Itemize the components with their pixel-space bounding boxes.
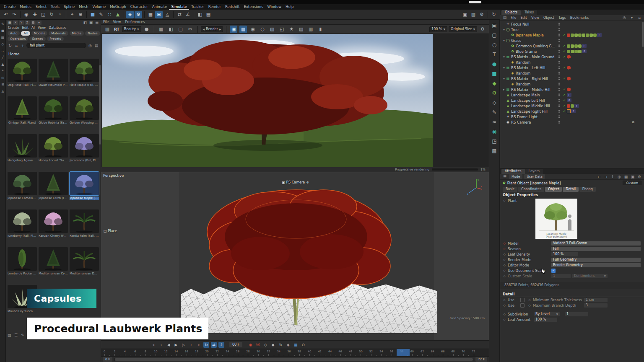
enabled-check-icon[interactable]: ✓: [562, 49, 567, 53]
use-checkbox[interactable]: [520, 298, 525, 302]
filter-scenes[interactable]: Scenes: [29, 36, 46, 41]
material-tag[interactable]: [574, 44, 578, 48]
asset-sync-icon[interactable]: ↻: [490, 11, 498, 18]
search-icon[interactable]: ◎: [88, 43, 93, 48]
enabled-check-icon[interactable]: ✓: [562, 98, 567, 102]
snap-toggle-icon[interactable]: ⊞: [0, 81, 5, 87]
content-browser-icon[interactable]: ▤: [205, 11, 212, 18]
grid-overlay-icon[interactable]: ▦: [239, 26, 247, 33]
sphere-tool-icon[interactable]: ●: [490, 60, 499, 68]
visibility-dots[interactable]: [556, 110, 562, 113]
last-tool-icon[interactable]: ◦: [56, 11, 64, 18]
menu-animate[interactable]: Animate: [150, 4, 169, 10]
visibility-dots[interactable]: [556, 83, 562, 85]
object-row-focus-null[interactable]: ✛Focus Null: [501, 21, 644, 27]
object-row-rs-matrix-left-hill[interactable]: ▾▦RS Matrix - Left Hill✓: [501, 65, 644, 70]
property-value-dropdown[interactable]: Full Geometry: [551, 258, 641, 262]
mode-button[interactable]: Mode: [509, 174, 522, 179]
redshift-material-tag[interactable]: [567, 66, 571, 70]
property-checkbox[interactable]: ✓: [551, 269, 556, 273]
asset-tile-mediterranean-cypress-fall-plant[interactable]: Mediterranean Cypress (Fall, Plant): [38, 247, 68, 284]
redshift-material-tag[interactable]: [567, 55, 571, 59]
attr-tab-object[interactable]: Object: [545, 187, 562, 192]
crop-icon[interactable]: ✂: [187, 26, 194, 33]
enabled-check-icon[interactable]: ✓: [562, 44, 567, 48]
asset-tile-dog-rose-fall-plant[interactable]: Dog-Rose (Fall, Plant): [7, 59, 37, 96]
object-row-landscape-right-hill[interactable]: ▲Landscape Right Hill✓F: [501, 109, 644, 114]
title-safe-icon[interactable]: ▦: [7, 21, 12, 25]
range-end-field[interactable]: 72 F: [475, 357, 487, 362]
field-tag[interactable]: F: [567, 98, 571, 102]
go-to-end-button[interactable]: »: [196, 342, 202, 348]
asset-tile-hedgehog-agave-fall-plant[interactable]: Hedgehog Agave (Fall, Plant): [7, 134, 37, 171]
asset-menu-databases[interactable]: Databases: [49, 26, 66, 30]
menu-volume[interactable]: Volume: [91, 4, 108, 10]
keyframe-selection-button[interactable]: ▦: [293, 342, 299, 348]
grid-icon[interactable]: ▦: [623, 174, 628, 179]
measure-icon[interactable]: ∠: [184, 11, 192, 18]
display-channel-icon[interactable]: ●: [143, 26, 151, 33]
back-icon[interactable]: ←: [597, 174, 602, 179]
menu-create[interactable]: Create: [2, 4, 18, 10]
asset-tile-ginkgo-fall-plant[interactable]: Ginkgo (Fall, Plant): [7, 96, 37, 133]
material-tag[interactable]: [578, 50, 582, 53]
go-to-start-button[interactable]: «: [151, 342, 156, 348]
filter-all[interactable]: All: [21, 31, 30, 36]
render-view[interactable]: [101, 34, 489, 167]
hamburger-icon[interactable]: ☰: [94, 20, 99, 25]
anim-dot-icon[interactable]: ◇: [503, 199, 506, 202]
asset-tile-lombardy-poplar-fall-plant[interactable]: Lombardy Poplar (Fall, Plant): [7, 247, 37, 284]
render-settings-icon[interactable]: ⚙: [478, 11, 486, 18]
gear-tool-icon[interactable]: ⚙: [490, 89, 499, 97]
axis-z-button[interactable]: Z: [25, 21, 30, 25]
user-data-button[interactable]: User Data: [524, 174, 545, 179]
axis-y-button[interactable]: Y: [19, 21, 24, 25]
menu-tracker[interactable]: Tracker: [189, 4, 206, 10]
detail-dropdown[interactable]: By Level▼: [534, 312, 560, 316]
objects-scrollbar[interactable]: [642, 22, 644, 47]
asset-tile-honey-locust-sunburst-fall-plant[interactable]: Honey Locust 'Sunburst' (Fall, Plant): [38, 134, 68, 171]
edit-asset-icon[interactable]: ✎: [20, 333, 25, 338]
expander-icon[interactable]: ▸: [502, 88, 506, 91]
loop-button[interactable]: ↻: [203, 342, 209, 348]
custom-preset-button[interactable]: Custom: [623, 181, 641, 185]
workplane-icon[interactable]: ▧: [31, 21, 36, 25]
object-row-japanese-maple[interactable]: ✿Japanese Maple✓F: [501, 32, 644, 38]
current-frame-field[interactable]: 60 F: [229, 342, 242, 347]
record-rotation-button[interactable]: ↻: [278, 342, 283, 348]
simulation-settings-icon[interactable]: ⚙: [135, 11, 142, 18]
previous-frame-button[interactable]: ◀: [166, 342, 171, 348]
selected-tag[interactable]: [567, 109, 571, 113]
render-view-icon[interactable]: ▣: [461, 11, 469, 18]
visibility-dots[interactable]: [556, 50, 562, 53]
list-view-icon[interactable]: ☰: [13, 333, 18, 338]
settings-icon[interactable]: ⚙: [637, 174, 642, 179]
dock-icon[interactable]: ◧: [83, 20, 88, 25]
redshift-material-tag[interactable]: [567, 88, 571, 91]
tab-takes[interactable]: Takes: [521, 10, 537, 15]
landscape-tool-icon[interactable]: ▲: [114, 11, 122, 18]
menu-render[interactable]: Render: [206, 4, 223, 10]
material-tag[interactable]: [578, 44, 582, 48]
anim-dot-icon[interactable]: ◇: [503, 264, 506, 267]
filter-operators[interactable]: Operators: [8, 36, 28, 41]
object-row-landscape-main[interactable]: ▲Landscape Main✓F: [501, 92, 644, 98]
search-icon[interactable]: ◎: [617, 174, 622, 179]
view-options-icon[interactable]: ▤: [94, 43, 99, 48]
property-value-field[interactable]: 1: [551, 274, 571, 278]
menu-select[interactable]: Select: [34, 4, 49, 10]
filter-nodes[interactable]: Nodes: [85, 31, 100, 36]
property-value-dropdown[interactable]: Variant 3 Full-Grown: [551, 241, 641, 246]
menu-extensions[interactable]: Extensions: [242, 4, 265, 10]
record-parameter-button[interactable]: ◈: [285, 342, 291, 348]
detail-value-field[interactable]: 3: [584, 303, 608, 308]
detail-value-field[interactable]: 1 cm: [584, 298, 608, 302]
chevron-right-icon[interactable]: ▶: [219, 28, 221, 31]
enabled-check-icon[interactable]: ✓: [562, 104, 567, 108]
team-render-icon[interactable]: ◧: [196, 11, 204, 18]
panel-menu-icon[interactable]: ☰: [502, 174, 507, 179]
range-bar[interactable]: [115, 358, 473, 361]
asset-tile-japanese-maple-fall-plant[interactable]: Japanese Maple (Fall, Plant): [69, 172, 99, 209]
render-pass-dropdown[interactable]: Beauty▼: [122, 26, 141, 32]
histogram-icon[interactable]: ▮: [317, 26, 324, 33]
